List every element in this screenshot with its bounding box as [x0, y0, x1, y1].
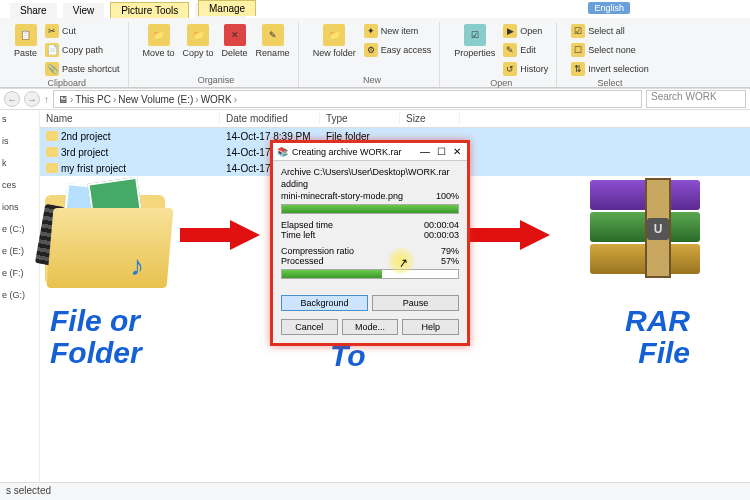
minimize-button[interactable]: — — [419, 146, 431, 158]
open-icon: ▶ — [503, 24, 517, 38]
group-select: ☑Select all ☐Select none ⇅Invert selecti… — [563, 22, 657, 87]
folder-icon — [46, 163, 58, 173]
search-input[interactable]: Search WORK — [646, 90, 746, 108]
processed-value: 57% — [441, 256, 459, 266]
group-label: New — [363, 75, 381, 87]
properties-button[interactable]: ☑Properties — [452, 22, 497, 60]
column-headers[interactable]: Name Date modified Type Size — [40, 110, 750, 128]
sidebar-item[interactable]: e (C:) — [2, 224, 37, 234]
copy-to-button[interactable]: 📁Copy to — [181, 22, 216, 60]
group-label: Open — [490, 78, 512, 90]
copy-path-icon: 📄 — [45, 43, 59, 57]
timeleft-label: Time left — [281, 230, 315, 240]
cancel-button[interactable]: Cancel — [281, 319, 338, 335]
col-name[interactable]: Name — [40, 113, 220, 124]
maximize-button[interactable]: ☐ — [435, 146, 447, 158]
paste-icon: 📋 — [15, 24, 37, 46]
open-button[interactable]: ▶Open — [501, 22, 550, 40]
sidebar-item[interactable]: s — [2, 114, 37, 124]
group-open: ☑Properties ▶Open ✎Edit ↺History Open — [446, 22, 557, 87]
timeleft-value: 00:00:03 — [424, 230, 459, 240]
archive-path: Archive C:\Users\User\Desktop\WORK.rar — [281, 167, 459, 177]
language-badge: English — [588, 2, 630, 14]
copy-icon: 📁 — [187, 24, 209, 46]
cut-button[interactable]: ✂Cut — [43, 22, 122, 40]
cut-icon: ✂ — [45, 24, 59, 38]
delete-button[interactable]: ✕Delete — [220, 22, 250, 60]
nav-up-button[interactable]: ↑ — [44, 94, 49, 105]
col-size[interactable]: Size — [400, 113, 460, 124]
cursor-highlight — [388, 248, 414, 274]
group-clipboard: 📋 Paste ✂Cut 📄Copy path 📎Paste shortcut … — [6, 22, 129, 87]
tab-manage[interactable]: Manage — [198, 0, 256, 16]
col-type[interactable]: Type — [320, 113, 400, 124]
move-icon: 📁 — [148, 24, 170, 46]
sidebar-item[interactable]: k — [2, 158, 37, 168]
select-none-button[interactable]: ☐Select none — [569, 41, 651, 59]
history-icon: ↺ — [503, 62, 517, 76]
col-date[interactable]: Date modified — [220, 113, 320, 124]
address-bar: ← → ↑ 🖥 › This PC › New Volume (E:) › WO… — [0, 88, 750, 110]
select-all-icon: ☑ — [571, 24, 585, 38]
easy-access-button[interactable]: ⚙Easy access — [362, 41, 434, 59]
crumb-volume[interactable]: New Volume (E:) — [118, 94, 193, 105]
adding-label: adding — [281, 179, 459, 189]
background-button[interactable]: Background — [281, 295, 368, 311]
crumb-pc[interactable]: This PC — [75, 94, 111, 105]
sidebar-item[interactable]: ions — [2, 202, 37, 212]
easy-access-icon: ⚙ — [364, 43, 378, 57]
paste-button[interactable]: 📋 Paste — [12, 22, 39, 60]
delete-icon: ✕ — [224, 24, 246, 46]
crumb-folder[interactable]: WORK — [201, 94, 232, 105]
sidebar-item[interactable]: e (F:) — [2, 268, 37, 278]
new-item-icon: ✦ — [364, 24, 378, 38]
folder-icon — [46, 147, 58, 157]
group-label: Organise — [198, 75, 235, 87]
new-item-button[interactable]: ✦New item — [362, 22, 434, 40]
sidebar-item[interactable]: e (G:) — [2, 290, 37, 300]
history-button[interactable]: ↺History — [501, 60, 550, 78]
group-organise: 📁Move to 📁Copy to ✕Delete ✎Rename Organi… — [135, 22, 299, 87]
new-folder-icon: 📁 — [323, 24, 345, 46]
nav-forward-button[interactable]: → — [24, 91, 40, 107]
group-label: Select — [598, 78, 623, 90]
pause-button[interactable]: Pause — [372, 295, 459, 311]
select-none-icon: ☐ — [571, 43, 585, 57]
close-button[interactable]: ✕ — [451, 146, 463, 158]
copy-path-button[interactable]: 📄Copy path — [43, 41, 122, 59]
processed-label: Processed — [281, 256, 324, 266]
tab-context-group: Picture Tools — [110, 2, 189, 18]
rename-icon: ✎ — [262, 24, 284, 46]
sidebar-item[interactable]: ces — [2, 180, 37, 190]
new-folder-button[interactable]: 📁New folder — [311, 22, 358, 60]
ratio-value: 79% — [441, 246, 459, 256]
properties-icon: ☑ — [464, 24, 486, 46]
tab-view[interactable]: View — [63, 3, 105, 18]
group-new: 📁New folder ✦New item ⚙Easy access New — [305, 22, 441, 87]
mode-button[interactable]: Mode... — [342, 319, 399, 335]
tab-share[interactable]: Share — [10, 3, 57, 18]
edit-icon: ✎ — [503, 43, 517, 57]
sidebar-item[interactable]: is — [2, 136, 37, 146]
status-bar: s selected — [0, 482, 750, 500]
nav-back-button[interactable]: ← — [4, 91, 20, 107]
rename-button[interactable]: ✎Rename — [254, 22, 292, 60]
shortcut-icon: 📎 — [45, 62, 59, 76]
dialog-title: Creating archive WORK.rar — [292, 147, 415, 157]
total-progress — [281, 269, 459, 279]
move-to-button[interactable]: 📁Move to — [141, 22, 177, 60]
nav-sidebar[interactable]: siskcesionse (C:)e (E:)e (F:)e (G:) — [0, 110, 40, 500]
sidebar-item[interactable]: e (E:) — [2, 246, 37, 256]
help-button[interactable]: Help — [402, 319, 459, 335]
current-file: mini-minecraft-story-mode.png — [281, 191, 403, 201]
file-progress — [281, 204, 459, 214]
invert-selection-button[interactable]: ⇅Invert selection — [569, 60, 651, 78]
group-label: Clipboard — [48, 78, 87, 90]
winrar-progress-dialog: 📚 Creating archive WORK.rar — ☐ ✕ Archiv… — [270, 140, 470, 346]
paste-shortcut-button[interactable]: 📎Paste shortcut — [43, 60, 122, 78]
ribbon: 📋 Paste ✂Cut 📄Copy path 📎Paste shortcut … — [0, 18, 750, 88]
breadcrumb[interactable]: 🖥 › This PC › New Volume (E:) › WORK › — [53, 90, 642, 108]
select-all-button[interactable]: ☑Select all — [569, 22, 651, 40]
folder-icon — [46, 131, 58, 141]
edit-button[interactable]: ✎Edit — [501, 41, 550, 59]
